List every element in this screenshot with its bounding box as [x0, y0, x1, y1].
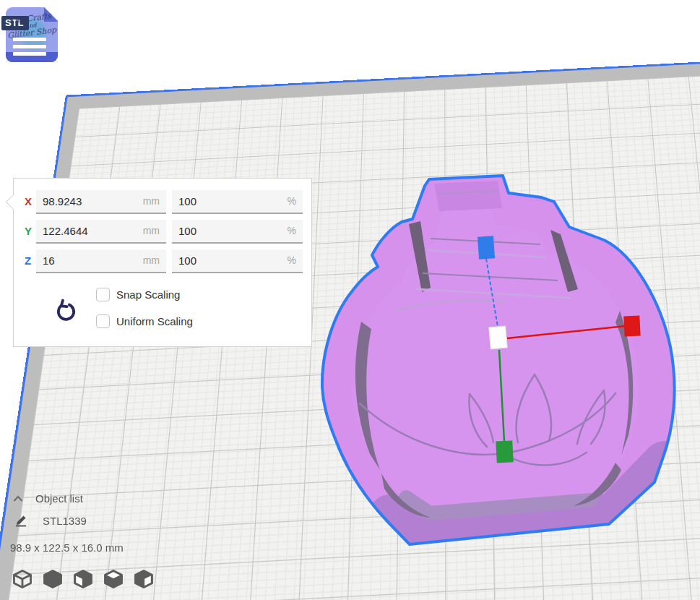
- z-mm-input[interactable]: [36, 249, 166, 272]
- snap-scaling-checkbox[interactable]: [96, 288, 110, 301]
- x-mm-field-wrap: mm: [36, 190, 166, 214]
- scale-row-x: X mm %: [14, 190, 311, 214]
- z-percent-input[interactable]: [172, 249, 303, 272]
- cube-top-face-icon: [103, 568, 124, 590]
- y-percent-input[interactable]: [172, 220, 303, 242]
- z-axis-label: Z: [25, 254, 31, 267]
- scale-panel: X mm % Y mm % Z mm %: [13, 178, 312, 347]
- z-percent-field-wrap: %: [172, 249, 303, 273]
- y-percent-field-wrap: %: [172, 220, 303, 244]
- view-side-button[interactable]: [133, 568, 155, 590]
- center-scale-handle[interactable]: [489, 326, 508, 349]
- z-scale-handle[interactable]: [478, 236, 495, 259]
- cork-recess: [434, 181, 502, 211]
- cube-front-face-icon: [72, 568, 94, 590]
- cube-side-face-icon: [133, 568, 155, 590]
- reset-arrow-icon: [52, 299, 77, 323]
- uniform-scaling-row: Uniform Scaling: [96, 314, 193, 328]
- view-3d-button[interactable]: [12, 568, 33, 590]
- x-scale-handle[interactable]: [623, 315, 640, 336]
- doc-text-line: [13, 52, 46, 56]
- view-solid-button[interactable]: [42, 568, 64, 590]
- uniform-scaling-label: Uniform Scaling: [116, 315, 193, 327]
- y-axis-label: Y: [25, 225, 32, 237]
- snap-scaling-row: Snap Scaling: [96, 287, 180, 301]
- doc-text-line: [13, 45, 46, 48]
- y-mm-input[interactable]: [36, 220, 166, 242]
- scale-row-z: Z mm %: [14, 249, 311, 273]
- reset-scale-button[interactable]: [48, 296, 80, 327]
- x-mm-input[interactable]: [36, 190, 166, 213]
- uniform-scaling-checkbox[interactable]: [96, 314, 110, 328]
- chevron-up-icon: [13, 495, 23, 502]
- cube-wireframe-icon: [12, 568, 33, 590]
- y-scale-handle[interactable]: [496, 440, 514, 463]
- scale-row-y: Y mm %: [14, 220, 311, 244]
- z-mm-field-wrap: mm: [36, 249, 166, 273]
- x-percent-field-wrap: %: [172, 190, 303, 214]
- edit-pencil-icon: [14, 514, 28, 527]
- view-front-button[interactable]: [72, 568, 94, 590]
- object-list-label: Object list: [35, 492, 83, 505]
- y-mm-field-wrap: mm: [36, 220, 166, 244]
- snap-scaling-label: Snap Scaling: [116, 288, 180, 301]
- object-list-item[interactable]: STL1339: [14, 514, 87, 527]
- x-axis-label: X: [25, 195, 32, 207]
- object-list-toggle[interactable]: Object list: [13, 492, 83, 505]
- x-percent-input[interactable]: [172, 190, 303, 213]
- stl-file-logo: STL The Crafts and Glitter Shop: [1, 3, 61, 68]
- cube-solid-icon: [42, 568, 64, 590]
- view-toolbar: [12, 568, 155, 590]
- selected-model-dimensions: 98.9 x 122.5 x 16.0 mm: [10, 541, 124, 554]
- object-name: STL1339: [43, 515, 87, 527]
- view-top-button[interactable]: [103, 568, 124, 590]
